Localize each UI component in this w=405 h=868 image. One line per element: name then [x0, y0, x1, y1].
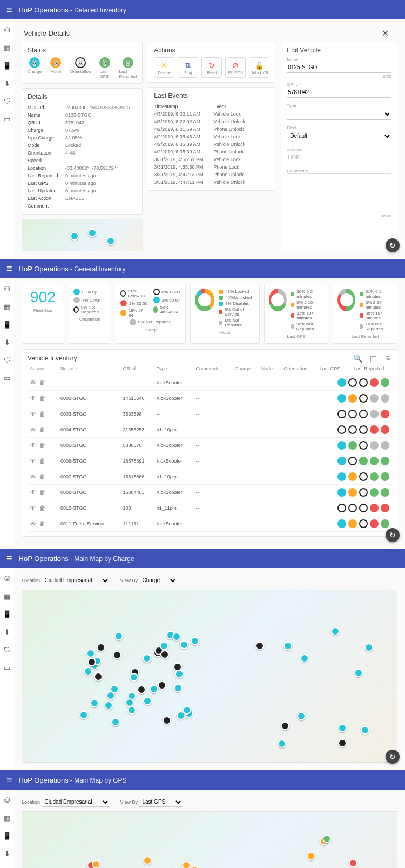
map-pin[interactable] — [92, 860, 100, 868]
location-select[interactable]: Ciudad Empresarial — [42, 576, 110, 585]
menu-icon[interactable]: ≡ — [6, 263, 12, 275]
table-row[interactable]: 👁🗑0010-STGO100h1_11pin-- — [28, 500, 392, 516]
action-unlock cr[interactable]: 🔓Unlock CR — [249, 57, 269, 78]
map-pin[interactable] — [255, 642, 264, 650]
map-pin[interactable] — [97, 643, 105, 652]
map-pin[interactable] — [130, 673, 138, 682]
sidebar-item[interactable]: 📱 — [3, 832, 11, 840]
table-row[interactable]: 👁🗑0008-STGO15084483KickScooter-- — [28, 485, 392, 500]
sidebar-item[interactable]: ⬇ — [4, 628, 10, 636]
search-icon[interactable]: 🔍 — [353, 354, 362, 363]
map-pin[interactable] — [322, 834, 331, 843]
map-pin[interactable] — [160, 650, 169, 659]
map-pin[interactable] — [113, 651, 122, 659]
delete-icon[interactable]: 🗑 — [39, 410, 49, 418]
columns-icon[interactable]: ▥ — [370, 354, 377, 363]
sidebar-item[interactable]: ▦ — [4, 592, 10, 600]
map-pin[interactable] — [180, 640, 188, 649]
view-icon[interactable]: 👁 — [30, 379, 39, 386]
map-pin[interactable] — [87, 658, 96, 666]
map-pin[interactable] — [361, 726, 369, 735]
map-pin[interactable] — [191, 637, 199, 645]
view-icon[interactable]: 👁 — [30, 457, 39, 465]
map-pin[interactable] — [143, 856, 152, 865]
main-map-charge[interactable] — [22, 590, 397, 763]
refresh-fab[interactable]: ↻ — [386, 528, 400, 542]
map-pin[interactable] — [281, 722, 289, 730]
map-pin[interactable] — [127, 706, 136, 715]
sidebar-item[interactable]: ⛁ — [4, 285, 10, 293]
sidebar-item[interactable]: ⛁ — [4, 26, 10, 34]
delete-icon[interactable]: 🗑 — [39, 473, 49, 480]
sidebar-item[interactable]: ▦ — [4, 44, 10, 52]
map-pin[interactable] — [307, 852, 315, 860]
main-map-gps[interactable] — [22, 811, 397, 868]
sidebar-item[interactable]: 🛡 — [4, 97, 11, 105]
map-pin[interactable] — [297, 712, 306, 720]
table-row[interactable]: 👁🗑0002-STGO14510540KickScooter-- — [28, 391, 392, 406]
sidebar-item[interactable]: ⬇ — [4, 79, 10, 88]
edit-qr-input[interactable] — [287, 87, 392, 98]
table-row[interactable]: 👁🗑0005-STGO5830370KickScooter-- — [28, 438, 392, 453]
sidebar-item[interactable]: 📱 — [3, 321, 11, 329]
close-icon[interactable]: ✕ — [382, 28, 389, 38]
action-ping[interactable]: ⇅Ping — [178, 57, 198, 78]
delete-icon[interactable]: 🗑 — [39, 442, 49, 449]
filter-icon[interactable]: ⚞ — [384, 354, 392, 363]
location-select[interactable]: Ciudad Empresarial — [42, 797, 110, 807]
view-icon[interactable]: 👁 — [30, 504, 39, 512]
sidebar-item[interactable]: ⛁ — [4, 575, 10, 583]
map-pin[interactable] — [160, 642, 168, 650]
refresh-fab[interactable]: ↻ — [386, 238, 400, 252]
view-icon[interactable]: 👁 — [30, 442, 39, 449]
map-pin[interactable] — [158, 681, 166, 690]
map-pin[interactable] — [174, 684, 183, 692]
table-row[interactable]: 👁🗑0003-STGO3563698---- — [28, 406, 392, 422]
edit-comments-textarea[interactable] — [287, 173, 392, 211]
map-pin[interactable] — [364, 643, 373, 652]
delete-icon[interactable]: 🗑 — [39, 379, 49, 386]
delete-icon[interactable]: 🗑 — [39, 520, 49, 528]
map-pin[interactable] — [86, 649, 95, 658]
map-pin[interactable] — [114, 632, 123, 640]
action-plc gos[interactable]: ⊘Plc GOS — [225, 57, 246, 78]
sidebar-item[interactable]: ▭ — [4, 374, 10, 382]
map-pin[interactable] — [338, 724, 347, 732]
table-row[interactable]: 👁🗑----KickScooter-- — [28, 375, 392, 391]
map-pin[interactable] — [94, 672, 103, 681]
delete-icon[interactable]: 🗑 — [39, 395, 49, 402]
map-pin[interactable] — [163, 716, 171, 725]
action-disable[interactable]: ✕Disable — [154, 57, 174, 78]
edit-fleet-select[interactable]: Default — [287, 130, 392, 142]
menu-icon[interactable]: ≡ — [6, 774, 12, 786]
view-icon[interactable]: 👁 — [30, 410, 39, 418]
map-pin[interactable] — [338, 739, 347, 747]
map-pin[interactable] — [349, 859, 357, 867]
mini-map[interactable] — [22, 219, 143, 251]
map-pin[interactable] — [106, 691, 115, 700]
map-pin[interactable] — [137, 685, 146, 694]
sidebar-item[interactable]: 📱 — [3, 62, 11, 70]
map-pin[interactable] — [175, 670, 184, 678]
map-pin[interactable] — [284, 642, 292, 650]
map-pin[interactable] — [278, 739, 286, 748]
sidebar-item[interactable]: ⛁ — [4, 796, 10, 804]
map-pin[interactable] — [190, 866, 199, 868]
viewby-select[interactable]: Last GPS — [139, 797, 183, 807]
delete-icon[interactable]: 🗑 — [39, 426, 49, 433]
map-pin[interactable] — [150, 685, 158, 693]
map-pin[interactable] — [143, 654, 151, 663]
map-pin[interactable] — [143, 697, 152, 705]
map-pin[interactable] — [104, 701, 113, 710]
map-pin[interactable] — [90, 699, 99, 707]
view-icon[interactable]: 👁 — [30, 489, 39, 496]
refresh-fab[interactable]: ↻ — [386, 750, 400, 764]
sidebar-item[interactable]: 📱 — [3, 610, 11, 618]
sidebar-item[interactable]: ⬇ — [4, 338, 10, 346]
edit-type-select[interactable] — [287, 108, 392, 120]
map-pin[interactable] — [354, 669, 363, 677]
map-pin[interactable] — [331, 627, 340, 636]
view-icon[interactable]: 👁 — [30, 520, 39, 528]
map-pin[interactable] — [300, 654, 309, 663]
map-pin[interactable] — [182, 861, 191, 868]
